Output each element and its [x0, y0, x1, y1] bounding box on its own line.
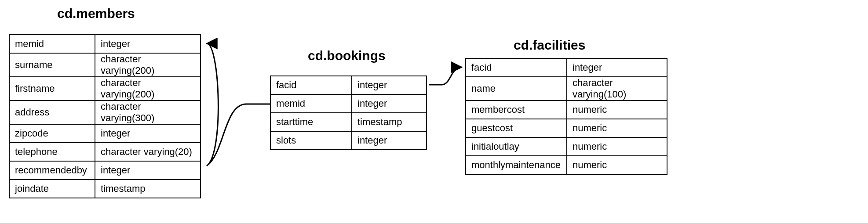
- col-name: memid: [9, 35, 95, 53]
- bookings-title: cd.bookings: [308, 48, 386, 63]
- members-title: cd.members: [57, 6, 135, 21]
- fk-bookings-facid-to-facilities-facid: [429, 67, 462, 85]
- table-row: starttime timestamp: [270, 113, 427, 131]
- col-name: starttime: [270, 113, 352, 131]
- col-name: slots: [270, 131, 352, 150]
- table-row: memid integer: [9, 35, 201, 53]
- facilities-title: cd.facilities: [514, 38, 585, 53]
- fk-bookings-memid-to-members-memid: [207, 43, 270, 166]
- table-row: firstname character varying(200): [9, 77, 201, 101]
- col-name: telephone: [9, 143, 95, 161]
- col-type: character varying(300): [95, 101, 201, 124]
- bookings-table: facid integer memid integer starttime ti…: [270, 76, 427, 150]
- col-type: timestamp: [352, 113, 427, 131]
- col-name: surname: [9, 53, 95, 77]
- col-type: integer: [95, 161, 201, 180]
- col-type: character varying(100): [567, 77, 667, 101]
- table-row: address character varying(300): [9, 101, 201, 124]
- col-name: facid: [466, 58, 567, 77]
- col-name: zipcode: [9, 124, 95, 143]
- table-row: facid integer: [466, 58, 667, 77]
- table-row: slots integer: [270, 131, 427, 150]
- col-name: name: [466, 77, 567, 101]
- col-type: timestamp: [95, 180, 201, 198]
- col-type: numeric: [567, 119, 667, 137]
- table-row: zipcode integer: [9, 124, 201, 143]
- table-row: joindate timestamp: [9, 180, 201, 198]
- col-type: character varying(200): [95, 53, 201, 77]
- col-type: character varying(20): [95, 143, 201, 161]
- col-name: joindate: [9, 180, 95, 198]
- col-type: integer: [95, 35, 201, 53]
- col-name: guestcost: [466, 119, 567, 137]
- table-row: memid integer: [270, 94, 427, 113]
- table-row: membercost numeric: [466, 101, 667, 119]
- col-name: facid: [270, 76, 352, 94]
- table-row: initialoutlay numeric: [466, 137, 667, 156]
- col-name: recommendedby: [9, 161, 95, 180]
- facilities-table: facid integer name character varying(100…: [465, 58, 667, 175]
- col-name: firstname: [9, 77, 95, 101]
- table-row: telephone character varying(20): [9, 143, 201, 161]
- col-name: memid: [270, 94, 352, 113]
- col-name: address: [9, 101, 95, 124]
- col-type: integer: [567, 58, 667, 77]
- col-type: integer: [352, 76, 427, 94]
- table-row: surname character varying(200): [9, 53, 201, 77]
- table-row: recommendedby integer: [9, 161, 201, 180]
- col-type: character varying(200): [95, 77, 201, 101]
- col-name: membercost: [466, 101, 567, 119]
- col-type: numeric: [567, 101, 667, 119]
- col-type: integer: [352, 131, 427, 150]
- table-row: name character varying(100): [466, 77, 667, 101]
- col-name: initialoutlay: [466, 137, 567, 156]
- table-row: monthlymaintenance numeric: [466, 156, 667, 174]
- col-type: numeric: [567, 156, 667, 174]
- col-type: integer: [95, 124, 201, 143]
- members-table: memid integer surname character varying(…: [9, 34, 201, 198]
- table-row: facid integer: [270, 76, 427, 94]
- col-type: integer: [352, 94, 427, 113]
- col-type: numeric: [567, 137, 667, 156]
- col-name: monthlymaintenance: [466, 156, 567, 174]
- table-row: guestcost numeric: [466, 119, 667, 137]
